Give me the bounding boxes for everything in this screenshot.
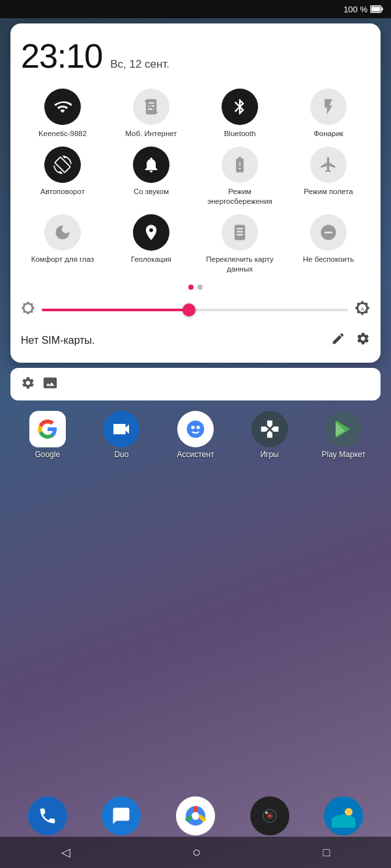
toggle-airplane-circle: [310, 147, 347, 183]
toggle-location[interactable]: Геолокация: [109, 214, 193, 274]
toggle-flashlight-circle: [310, 89, 347, 125]
app-playmarket[interactable]: Play Маркет: [311, 411, 376, 459]
toggle-night-label: Комфорт для глаз: [31, 255, 94, 264]
dock-messages-icon: [102, 796, 141, 835]
page-dots: [21, 285, 370, 290]
app-google-icon: [29, 411, 66, 447]
toggle-sim-circle: [222, 214, 258, 251]
toggle-dnd-label: Не беспокоить: [303, 255, 354, 264]
panel-actions: [331, 331, 370, 350]
nav-bar: ◁ ○ □: [0, 837, 391, 868]
dock-chrome[interactable]: [176, 796, 215, 835]
dot-1: [188, 285, 194, 290]
toggle-mobile-data[interactable]: Моб. Интернет: [109, 89, 193, 139]
toggle-bluetooth[interactable]: Bluetooth: [198, 89, 282, 139]
app-games-icon: [252, 411, 288, 447]
app-google-label: Google: [35, 450, 60, 459]
toggle-flashlight[interactable]: Фонарик: [287, 89, 370, 139]
dock-horizon[interactable]: [324, 796, 363, 835]
dock-horizon-icon: [324, 796, 363, 835]
dock-camera-icon: [250, 796, 289, 835]
toggle-bluetooth-circle: [222, 89, 258, 125]
toggle-wifi-circle: [44, 89, 81, 125]
app-google[interactable]: Google: [15, 411, 80, 459]
app-assistant[interactable]: Ассистент: [163, 411, 228, 459]
dot-2: [197, 285, 203, 290]
toggles-grid: Keenetic-9882 Моб. Интернет Bluetooth: [21, 89, 370, 274]
clock-date: Вс, 12 сент.: [110, 58, 169, 71]
app-duo-icon: [103, 411, 139, 447]
toggle-bluetooth-label: Bluetooth: [224, 129, 256, 139]
toggle-airplane[interactable]: Режим полета: [287, 147, 370, 206]
app-playmarket-icon: [325, 411, 362, 447]
dock-phone-icon: [28, 796, 67, 835]
toggle-wifi[interactable]: Keenetic-9882: [21, 89, 104, 139]
bottom-dock: [10, 796, 381, 835]
status-bar: 100 %: [0, 0, 391, 18]
toggle-flashlight-label: Фонарик: [313, 129, 343, 139]
toggle-dnd[interactable]: Не беспокоить: [287, 214, 370, 274]
toggle-sim[interactable]: Переключить карту данных: [198, 214, 282, 274]
toggle-wifi-label: Keenetic-9882: [38, 129, 87, 139]
toggle-battery-circle: +: [222, 147, 258, 183]
toggle-sound-label: Со звуком: [134, 187, 169, 197]
app-assistant-label: Ассистент: [177, 450, 214, 459]
toggle-sound-circle: [133, 147, 169, 183]
svg-point-11: [192, 813, 198, 819]
toggle-battery-label: Режим энергосбережения: [198, 187, 282, 206]
svg-rect-2: [371, 7, 381, 12]
app-row: Google Duo Ассистент: [5, 411, 386, 459]
brightness-high-icon: A: [355, 300, 370, 320]
toggle-location-label: Геолокация: [131, 255, 171, 264]
svg-point-14: [268, 815, 271, 818]
toggle-dnd-circle: [310, 214, 347, 251]
panel-bottom-row: Нет SIM-карты.: [21, 331, 370, 350]
toggle-night[interactable]: Комфорт для глаз: [21, 214, 104, 274]
battery-icon: [370, 5, 383, 13]
nav-recents-button[interactable]: □: [323, 846, 330, 860]
app-games-label: Игры: [260, 450, 278, 459]
app-dock-area: Google Duo Ассистент: [0, 411, 391, 459]
svg-text:+: +: [238, 161, 241, 168]
toggle-location-circle: [133, 214, 169, 251]
toggle-sim-label: Переключить карту данных: [198, 255, 282, 274]
qs-wallpaper-icon[interactable]: [43, 376, 57, 393]
dock-camera[interactable]: [250, 796, 289, 835]
toggle-battery-saver[interactable]: + Режим энергосбережения: [198, 147, 282, 206]
app-duo-label: Duo: [114, 450, 128, 459]
toggle-night-circle: [44, 214, 81, 251]
status-bar-right: 100 %: [343, 5, 383, 14]
brightness-row: A: [21, 300, 370, 320]
clock-time: 23:10: [21, 36, 102, 76]
qs-settings-icon[interactable]: [21, 376, 35, 393]
toggle-airplane-label: Режим полета: [304, 187, 353, 197]
brightness-fill: [42, 309, 189, 311]
svg-rect-1: [382, 8, 383, 11]
quick-settings-bar: [10, 368, 381, 400]
toggle-sound[interactable]: Со звуком: [109, 147, 193, 206]
svg-point-7: [191, 425, 194, 428]
svg-text:A: A: [361, 307, 364, 311]
toggle-rotation-label: Автоповорот: [40, 187, 85, 197]
app-duo[interactable]: Duo: [89, 411, 154, 459]
edit-icon[interactable]: [331, 331, 345, 350]
battery-text: 100 %: [343, 5, 368, 14]
dock-chrome-icon: [176, 796, 215, 835]
nav-home-button[interactable]: ○: [192, 844, 201, 861]
svg-point-8: [196, 425, 199, 428]
app-assistant-icon: [177, 411, 214, 447]
nav-back-button[interactable]: ◁: [61, 845, 70, 860]
svg-point-6: [187, 420, 205, 438]
toggle-mobile-circle: [133, 89, 169, 125]
brightness-thumb[interactable]: [182, 303, 195, 316]
toggle-rotation-circle: [44, 147, 81, 183]
dock-phone[interactable]: [28, 796, 67, 835]
toggle-rotation[interactable]: Автоповорот: [21, 147, 104, 206]
settings-icon[interactable]: [356, 331, 370, 350]
app-games[interactable]: Игры: [237, 411, 302, 459]
sim-status: Нет SIM-карты.: [21, 335, 95, 346]
dock-messages[interactable]: [102, 796, 141, 835]
toggle-mobile-label: Моб. Интернет: [125, 129, 177, 139]
app-playmarket-label: Play Маркет: [322, 450, 366, 459]
brightness-track[interactable]: [42, 309, 348, 311]
